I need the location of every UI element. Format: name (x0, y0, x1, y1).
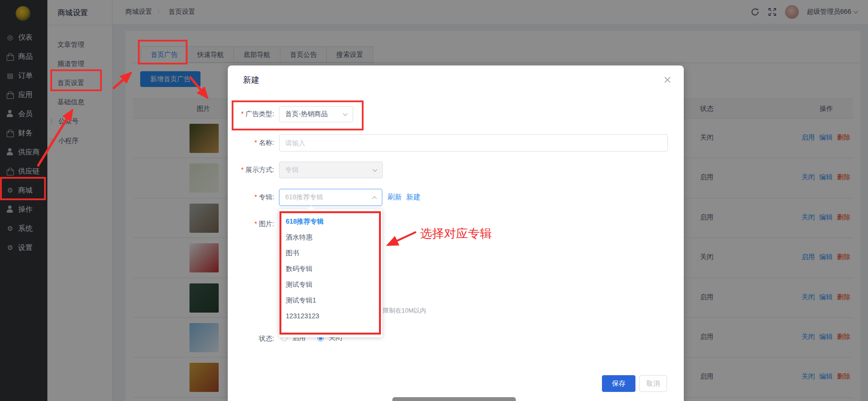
album-option[interactable]: 123123123 (279, 308, 382, 324)
display-mode-label: 展示方式 (228, 166, 274, 174)
new-album-link[interactable]: 新建 (406, 193, 421, 202)
dropdown-notch (308, 206, 314, 212)
modal-title: 新建 (243, 75, 259, 86)
album-dropdown-list: 618推荐专辑酒水特惠图书数码专辑测试专辑测试专辑1123123123 (279, 214, 382, 324)
close-icon[interactable] (664, 76, 671, 84)
album-option[interactable]: 酒水特惠 (279, 229, 382, 245)
refresh-album-link[interactable]: 刷新 (388, 193, 402, 202)
album-dropdown: 618推荐专辑酒水特惠图书数码专辑测试专辑测试专辑1123123123 (279, 209, 382, 337)
image-size-hint: 限制在10M以内 (383, 306, 426, 315)
screen: ◎仪表商品▤订单应用会员财务供应商供应链⚙商城操作⚙系统⚙设置 商城设置 文章管… (0, 0, 868, 401)
ad-type-value: 首页-热销商品 (285, 110, 344, 119)
chevron-down-icon (343, 111, 348, 116)
name-label: 名称 (228, 139, 274, 147)
album-value: 618推荐专辑 (285, 193, 373, 202)
ad-type-select[interactable]: 首页-热销商品 (279, 106, 353, 122)
display-mode-select[interactable]: 专辑 (279, 162, 383, 178)
new-ad-modal: 新建 广告类型 首页-热销商品 名称 展示方式 专辑 专辑 618推荐专辑 刷新… (228, 65, 684, 401)
album-option[interactable]: 测试专辑1 (279, 293, 382, 308)
scrollbar-thumb[interactable] (392, 397, 516, 401)
chevron-down-icon (373, 167, 378, 172)
album-option[interactable]: 测试专辑 (279, 277, 382, 293)
album-label: 专辑 (228, 193, 274, 202)
name-input[interactable] (279, 134, 668, 152)
album-option[interactable]: 618推荐专辑 (279, 214, 382, 229)
save-button[interactable]: 保存 (602, 375, 635, 392)
image-label: 图片 (228, 220, 274, 228)
status-label: 状态 (228, 335, 274, 343)
ad-type-label: 广告类型 (228, 110, 274, 119)
cancel-button[interactable]: 取消 (639, 375, 667, 392)
chevron-up-icon (372, 196, 377, 201)
album-option[interactable]: 图书 (279, 245, 382, 261)
display-mode-value: 专辑 (285, 166, 373, 174)
album-option[interactable]: 数码专辑 (279, 261, 382, 277)
album-select[interactable]: 618推荐专辑 (279, 189, 382, 206)
